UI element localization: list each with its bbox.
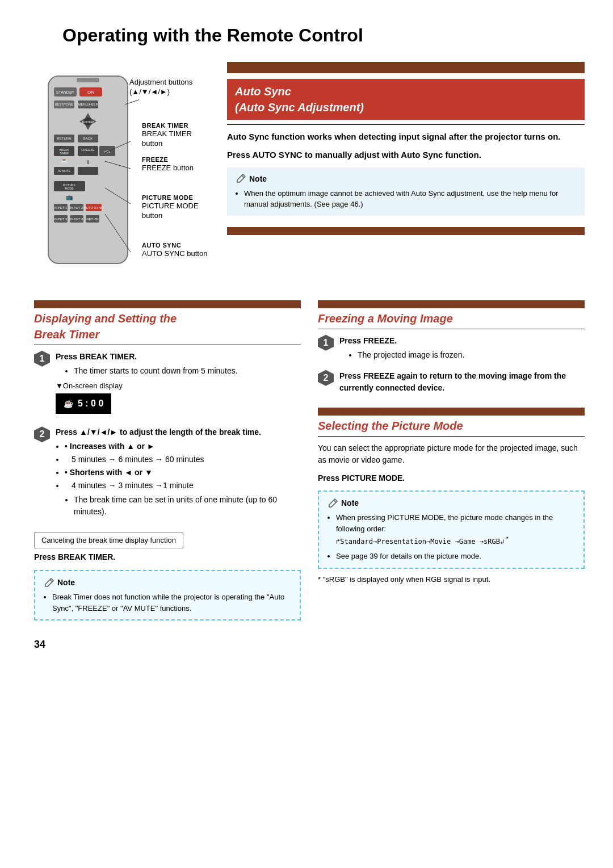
timer-display: ☕ 5 : 0 0	[56, 393, 111, 414]
auto-sync-bottom-bar	[227, 227, 585, 235]
svg-line-54	[242, 175, 244, 178]
picture-mode-body: You can select the appropriate picture m…	[318, 442, 585, 466]
freeze-label: FREEZE FREEZE button	[142, 156, 194, 173]
svg-text:📺: 📺	[66, 194, 73, 201]
step1-number: 1	[34, 351, 50, 367]
remote-diagram: STANDBY ON KEYSTONE MENU/HELP ENTER RETU…	[34, 62, 210, 289]
svg-text:INPUT 1: INPUT 1	[54, 206, 68, 209]
auto-sync-section: Auto Sync (Auto Sync Adjustment) Auto Sy…	[227, 62, 585, 289]
step2-number: 2	[34, 426, 50, 442]
freezing-title: Freezing a Moving Image	[318, 311, 585, 326]
break-timer-top-bar	[34, 300, 301, 308]
picture-mode-footnote: * "sRGB" is displayed only when RGB sign…	[318, 575, 585, 585]
auto-sync-diagram-label: AUTO SYNC AUTO SYNC button	[142, 241, 207, 259]
auto-sync-top-bar	[227, 62, 585, 73]
break-timer-step1: 1 Press BREAK TIMER. The timer starts to…	[34, 351, 301, 420]
svg-text:MENU/HELP: MENU/HELP	[78, 103, 98, 106]
auto-sync-body: Auto Sync function works when detecting …	[227, 131, 585, 216]
note-pencil-icon-3	[327, 498, 338, 509]
picture-mode-label: PICTURE MODE PICTURE MODE button	[142, 194, 210, 221]
picture-mode-note: Note When pressing PICTURE MODE, the pic…	[318, 490, 585, 568]
svg-text:ENTER: ENTER	[82, 120, 94, 124]
cancel-break-box: Canceling the break time display functio…	[34, 532, 183, 548]
freezing-section: Freezing a Moving Image 1 Press FREEZE. …	[318, 300, 585, 396]
freeze-step1-content: Press FREEZE. The projected image is fro…	[339, 335, 585, 363]
step2-content: Press ▲/▼/◄/► to adjust the length of th…	[56, 426, 301, 520]
break-timer-rule	[34, 345, 301, 345]
freezing-step1: 1 Press FREEZE. The projected image is f…	[318, 335, 585, 363]
break-timer-step2: 2 Press ▲/▼/◄/► to adjust the length of …	[34, 426, 301, 520]
svg-text:FREEZE: FREEZE	[81, 148, 95, 152]
step1-content: Press BREAK TIMER. The timer starts to c…	[56, 351, 301, 420]
svg-text:RESIZE: RESIZE	[86, 217, 99, 221]
picture-mode-title: Selecting the Picture Mode	[318, 418, 585, 434]
break-timer-section: Displaying and Setting the Break Timer 1…	[34, 300, 301, 620]
svg-text:☕: ☕	[61, 157, 68, 164]
picture-mode-rule	[318, 436, 585, 437]
svg-text:INPUT 4: INPUT 4	[70, 217, 84, 221]
page-number: 34	[34, 638, 585, 652]
svg-text:RETURN: RETURN	[57, 137, 72, 140]
svg-rect-31	[78, 167, 98, 175]
note-pencil-icon-2	[43, 577, 54, 589]
adjustment-buttons-label: Adjustment buttons (▲/▼/◄/►)	[129, 78, 203, 97]
svg-text:AUTO SYNC: AUTO SYNC	[84, 206, 104, 209]
break-timer-note: Note Break Timer does not function while…	[34, 570, 301, 620]
svg-text:MODE: MODE	[65, 187, 74, 190]
picture-mode-top-bar	[318, 408, 585, 416]
break-timer-title: Displaying and Setting the Break Timer	[34, 311, 301, 342]
picture-mode-section: Selecting the Picture Mode You can selec…	[318, 408, 585, 585]
freeze-step2-num: 2	[318, 370, 334, 386]
svg-text:AV MUTE: AV MUTE	[58, 169, 71, 173]
svg-text:⏸: ⏸	[85, 159, 91, 165]
svg-text:TIMER: TIMER	[60, 152, 69, 155]
freezing-top-bar	[318, 300, 585, 308]
svg-text:INPUT 3: INPUT 3	[54, 217, 68, 221]
svg-text:STANDBY: STANDBY	[56, 90, 75, 94]
svg-text:BACK: BACK	[83, 137, 93, 140]
freeze-step1-num: 1	[318, 335, 334, 351]
auto-sync-note: Note When the optimum image cannot be ac…	[227, 167, 585, 216]
freezing-rule	[318, 329, 585, 329]
svg-text:INPUT 2: INPUT 2	[70, 206, 84, 209]
freeze-step2-content: Press FREEZE again to return to the movi…	[339, 370, 585, 396]
auto-sync-header: Auto Sync (Auto Sync Adjustment)	[227, 79, 585, 120]
page-title: Operating with the Remote Control	[62, 23, 585, 48]
picture-mode-press: Press PICTURE MODE.	[318, 473, 585, 484]
svg-line-56	[334, 500, 336, 502]
auto-sync-divider	[227, 124, 585, 125]
svg-rect-1	[77, 78, 99, 82]
right-column: Freezing a Moving Image 1 Press FREEZE. …	[318, 300, 585, 620]
freezing-step2: 2 Press FREEZE again to return to the mo…	[318, 370, 585, 396]
svg-text:KEYSTONE: KEYSTONE	[55, 103, 74, 106]
svg-line-55	[50, 580, 52, 582]
svg-text:ON: ON	[87, 90, 94, 95]
note-pencil-icon	[235, 173, 246, 184]
break-timer-label: BREAK TIMER BREAK TIMER button	[142, 121, 210, 149]
